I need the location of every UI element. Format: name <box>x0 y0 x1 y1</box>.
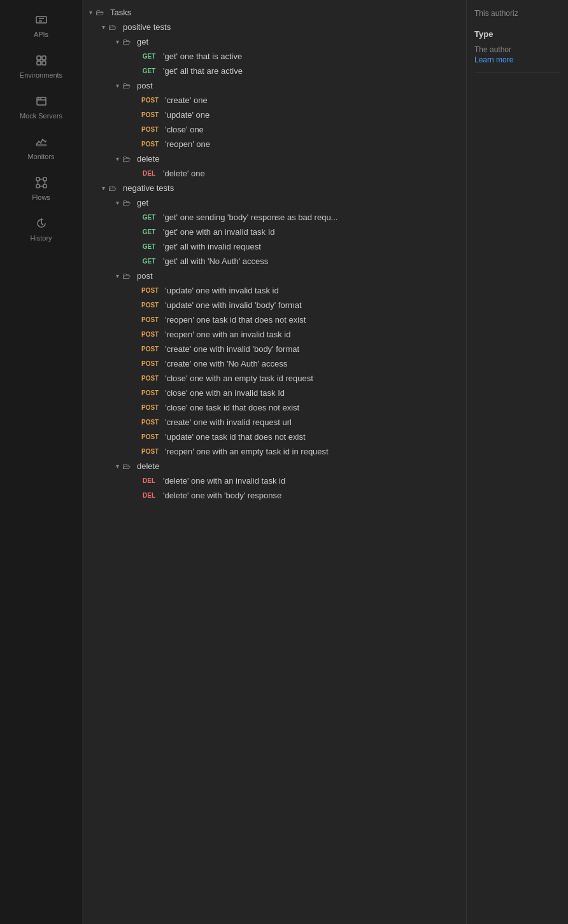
method-badge-post-14: POST <box>139 418 161 426</box>
tree-row-post-negative[interactable]: ▾ 🗁 post <box>83 269 466 283</box>
label-post-reopen: 'reopen' one <box>165 139 210 149</box>
tree-row-neg-post-8[interactable]: POST 'close' one task id that does not e… <box>83 400 466 415</box>
chevron-post-positive: ▾ <box>112 82 122 89</box>
tree-row-get-negative[interactable]: ▾ 🗁 get <box>83 195 466 210</box>
label-neg-post-0: 'update' one with invalid task id <box>165 286 278 295</box>
method-badge-get-2: GET <box>139 67 159 75</box>
chevron-delete-positive: ▾ <box>112 155 122 162</box>
sidebar-item-apis[interactable]: APIs <box>0 5 82 46</box>
method-badge-del-3: DEL <box>139 491 159 500</box>
method-badge-del-2: DEL <box>139 477 159 485</box>
history-icon <box>34 216 48 230</box>
tree-row-delete-negative[interactable]: ▾ 🗁 delete <box>83 459 466 473</box>
chevron-tasks: ▾ <box>85 9 96 16</box>
label-tasks: Tasks <box>110 8 131 17</box>
panel-header-text: This authoriz <box>474 8 560 19</box>
label-neg-post-5: 'create' one with 'No Auth' access <box>165 359 287 368</box>
label-neg-get-0: 'get' one sending 'body' response as bad… <box>163 213 337 222</box>
tree-row-neg-post-1[interactable]: POST 'update' one with invalid 'body' fo… <box>83 298 466 312</box>
tree-row-negative-tests[interactable]: ▾ 🗁 negative tests <box>83 181 466 195</box>
folder-icon-get-positive: 🗁 <box>122 37 134 46</box>
monitor-icon <box>34 135 48 149</box>
folder-icon-post-positive: 🗁 <box>122 81 134 90</box>
label-get-positive: get <box>137 37 148 46</box>
tree-row-neg-del-1[interactable]: DEL 'delete' one with 'body' response <box>83 488 466 503</box>
tree-row-tasks[interactable]: ▾ 🗁 Tasks <box>83 5 466 20</box>
method-badge-get: GET <box>139 52 159 60</box>
label-neg-del-1: 'delete' one with 'body' response <box>163 491 281 500</box>
sidebar-item-monitors[interactable]: Monitors <box>0 127 82 168</box>
label-neg-post-3: 'reopen' one with an invalid task id <box>165 330 290 339</box>
chevron-delete-negative: ▾ <box>112 463 122 470</box>
tree-row-neg-post-10[interactable]: POST 'update' one task id that does not … <box>83 430 466 444</box>
tree-row-get-all-active[interactable]: GET 'get' all that are active <box>83 64 466 78</box>
folder-icon-delete-negative: 🗁 <box>122 461 134 471</box>
tree-row-neg-post-3[interactable]: POST 'reopen' one with an invalid task i… <box>83 327 466 342</box>
sidebar-item-mock-servers[interactable]: Mock Servers <box>0 87 82 127</box>
tree-row-get-positive[interactable]: ▾ 🗁 get <box>83 34 466 49</box>
tree-row-neg-del-0[interactable]: DEL 'delete' one with an invalid task id <box>83 473 466 488</box>
tree-row-neg-get-2[interactable]: GET 'get' all with invalid request <box>83 239 466 254</box>
label-neg-post-1: 'update' one with invalid 'body' format <box>165 300 301 310</box>
tree-row-neg-post-6[interactable]: POST 'close' one with an empty task id r… <box>83 371 466 386</box>
tree-row-post-reopen[interactable]: POST 'reopen' one <box>83 137 466 151</box>
tree-row-neg-post-9[interactable]: POST 'create' one with invalid request u… <box>83 415 466 430</box>
tree-row-neg-get-0[interactable]: GET 'get' one sending 'body' response as… <box>83 210 466 225</box>
method-badge-del-1: DEL <box>139 169 159 178</box>
svg-rect-5 <box>37 61 41 65</box>
sidebar-item-history[interactable]: History <box>0 209 82 249</box>
learn-more-link[interactable]: Learn more <box>474 55 560 64</box>
label-post-close: 'close' one <box>165 125 204 134</box>
svg-point-10 <box>40 98 41 99</box>
method-badge-post-1: POST <box>139 96 161 104</box>
tree-container: ▾ 🗁 Tasks ▾ 🗁 positive tests ▾ 🗁 get GET… <box>83 0 466 508</box>
label-positive-tests: positive tests <box>123 22 171 32</box>
label-neg-del-0: 'delete' one with an invalid task id <box>163 476 285 486</box>
tree-row-neg-get-3[interactable]: GET 'get' all with 'No Auth' access <box>83 254 466 269</box>
tree-row-post-create[interactable]: POST 'create' one <box>83 93 466 108</box>
label-get-active-one: 'get' one that is active <box>163 52 242 61</box>
tree-row-neg-post-0[interactable]: POST 'update' one with invalid task id <box>83 283 466 298</box>
method-badge-post-11: POST <box>139 374 161 382</box>
sidebar-item-flows[interactable]: Flows <box>0 168 82 209</box>
folder-icon-delete-positive: 🗁 <box>122 154 134 164</box>
tree-row-delete-positive[interactable]: ▾ 🗁 delete <box>83 151 466 166</box>
sidebar-item-history-label: History <box>30 234 52 242</box>
chevron-get-negative: ▾ <box>112 199 122 206</box>
tree-row-get-active-one[interactable]: GET 'get' one that is active <box>83 49 466 64</box>
tree-row-del-one[interactable]: DEL 'delete' one <box>83 166 466 181</box>
tree-row-neg-post-11[interactable]: POST 'reopen' one with an empty task id … <box>83 444 466 459</box>
sidebar-item-monitors-label: Monitors <box>27 153 54 160</box>
label-negative-tests: negative tests <box>123 183 174 193</box>
chevron-post-negative: ▾ <box>112 272 122 279</box>
sidebar-item-environments-label: Environments <box>20 71 62 79</box>
folder-icon-positive: 🗁 <box>108 22 120 32</box>
label-neg-post-2: 'reopen' one task id that does not exist <box>165 315 306 325</box>
chevron-get-positive: ▾ <box>112 38 122 45</box>
tree-row-positive-tests[interactable]: ▾ 🗁 positive tests <box>83 20 466 34</box>
tree-row-post-update[interactable]: POST 'update' one <box>83 108 466 122</box>
panel-body-text: The author <box>474 44 560 55</box>
method-badge-get-6: GET <box>139 257 159 265</box>
chevron-negative: ▾ <box>98 185 108 192</box>
tree-row-neg-get-1[interactable]: GET 'get' one with an invalid task Id <box>83 225 466 239</box>
method-badge-post-4: POST <box>139 140 161 148</box>
sidebar-item-mock-servers-label: Mock Servers <box>20 112 62 120</box>
tree-row-neg-post-5[interactable]: POST 'create' one with 'No Auth' access <box>83 356 466 371</box>
label-post-update: 'update' one <box>165 110 209 120</box>
sidebar-item-environments[interactable]: Environments <box>0 46 82 87</box>
label-neg-get-2: 'get' all with invalid request <box>163 242 261 251</box>
svg-rect-14 <box>36 185 39 188</box>
flows-icon <box>34 176 48 190</box>
sidebar-item-flows-label: Flows <box>32 193 50 201</box>
tree-row-post-positive[interactable]: ▾ 🗁 post <box>83 78 466 93</box>
tree-row-neg-post-7[interactable]: POST 'close' one with an invalid task Id <box>83 386 466 400</box>
tree-row-neg-post-4[interactable]: POST 'create' one with invalid 'body' fo… <box>83 342 466 356</box>
label-post-negative: post <box>137 271 153 281</box>
method-badge-get-3: GET <box>139 213 159 221</box>
tree-row-post-close[interactable]: POST 'close' one <box>83 122 466 137</box>
tree-row-neg-post-2[interactable]: POST 'reopen' one task id that does not … <box>83 312 466 327</box>
folder-icon-get-negative: 🗁 <box>122 198 134 207</box>
method-badge-get-4: GET <box>139 228 159 236</box>
svg-rect-4 <box>42 56 46 60</box>
